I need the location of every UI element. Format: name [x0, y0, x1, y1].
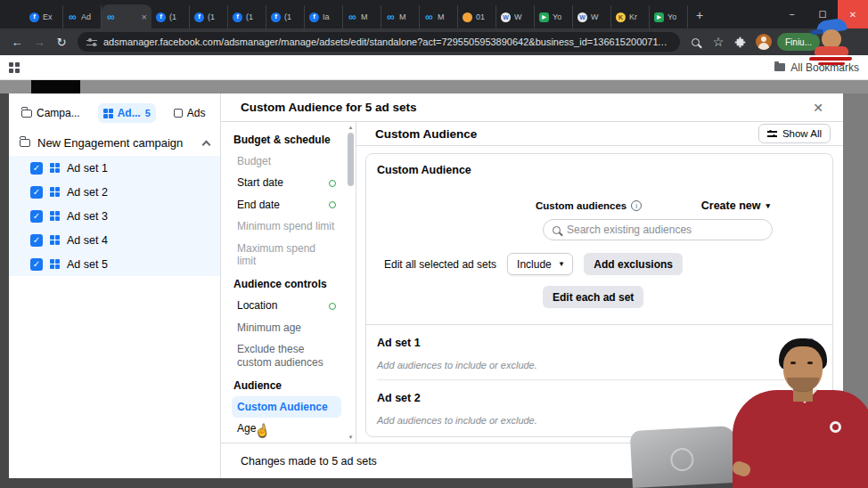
add-exclusions-button[interactable]: Add exclusions [584, 253, 683, 275]
checkbox-checked[interactable] [30, 162, 43, 175]
nav-item-exclude-these-custom-audiences[interactable]: Exclude these custom audiences [232, 338, 341, 373]
browser-tab[interactable]: 01 [458, 5, 496, 28]
page-background: Campa... Ad... 5 Ads New Engagement camp… [0, 80, 868, 488]
bookmark-star-icon[interactable] [708, 32, 728, 52]
include-dropdown[interactable]: Include [507, 253, 573, 275]
browser-tab[interactable]: M [343, 5, 381, 28]
nav-item-age[interactable]: Age [232, 418, 341, 439]
nav-item-budget: Budget [232, 150, 341, 172]
tab-title: M [361, 12, 368, 21]
nav-item-end-date[interactable]: End date [232, 194, 341, 216]
extensions-icon[interactable] [731, 32, 750, 52]
ads-square-icon [174, 109, 183, 118]
nav-item-location[interactable]: Location [232, 295, 341, 316]
show-all-label: Show All [782, 128, 822, 139]
ad-set-label: Ad set 4 [67, 234, 108, 247]
browser-tab[interactable]: Ex [25, 5, 63, 28]
tab-ads[interactable]: Ads [168, 103, 211, 123]
zoom-indicator-icon[interactable] [686, 32, 706, 52]
nav-item-minimum-age[interactable]: Minimum age [232, 317, 341, 338]
checkbox-checked[interactable] [30, 210, 43, 223]
browser-tab[interactable]: W [496, 5, 535, 28]
nav-item-label: Minimum spend limit [237, 220, 334, 232]
minimize-button[interactable] [777, 0, 807, 28]
browser-tab[interactable]: Kr [611, 5, 650, 28]
tab-title: Yo [667, 12, 676, 21]
all-bookmarks-button[interactable]: All Bookmarks [774, 61, 859, 74]
browser-tab[interactable]: Ia [305, 5, 343, 28]
nav-item-label: End date [237, 199, 280, 211]
browser-tab[interactable]: (1 [151, 5, 190, 28]
reload-button[interactable] [52, 32, 71, 52]
tab-title: Kr [629, 12, 637, 21]
laptop-logo [670, 447, 694, 471]
search-row: Search existing audiences [543, 219, 822, 240]
browser-tab[interactable]: (1 [228, 5, 266, 28]
filters-icon [767, 130, 777, 137]
ad-set-row[interactable]: Ad set 4 [9, 228, 220, 252]
tab-close-icon[interactable] [142, 12, 147, 22]
nav-scrollbar[interactable] [347, 124, 355, 441]
scrollbar-thumb[interactable] [348, 133, 354, 186]
ad-set-grid-icon [50, 187, 60, 197]
tab-campaigns-label: Campa... [37, 107, 80, 119]
back-button[interactable] [7, 32, 27, 52]
tab-adsets[interactable]: Ad... 5 [98, 103, 156, 123]
new-tab-button[interactable]: + [692, 8, 708, 22]
show-all-button[interactable]: Show All [758, 124, 831, 143]
facebook-favicon-icon [29, 12, 39, 22]
info-icon[interactable] [631, 200, 642, 211]
forward-button[interactable] [29, 32, 49, 52]
tab-campaigns[interactable]: Campa... [16, 103, 86, 123]
green-favicon-icon [654, 12, 664, 22]
apps-grid-icon[interactable] [9, 62, 20, 73]
mascot-logo [806, 20, 856, 62]
dialog-title: Custom Audience for 5 ad sets [241, 101, 417, 114]
edit-all-row: Edit all selected ad sets Include Add ex… [384, 253, 822, 275]
audience-search-input[interactable]: Search existing audiences [543, 219, 773, 240]
checkbox-checked[interactable] [30, 234, 43, 247]
site-info-icon[interactable] [86, 38, 97, 46]
facebook-favicon-icon [271, 12, 281, 22]
tab-ads-label: Ads [187, 107, 206, 119]
ad-set-row[interactable]: Ad set 2 [9, 180, 220, 204]
browser-tab[interactable]: (1 [266, 5, 305, 28]
tab-title: W [591, 12, 599, 21]
nav-item-start-date[interactable]: Start date [232, 172, 341, 193]
nav-item-minimum-spend-limit: Minimum spend limit [232, 216, 341, 237]
browser-tab[interactable]: Yo [535, 5, 573, 28]
changes-status: Changes made to 5 ad sets [241, 455, 377, 468]
profile-avatar[interactable] [756, 34, 772, 50]
orange-favicon-icon [463, 12, 472, 22]
address-bar[interactable]: adsmanager.facebook.com/adsmanager/manag… [78, 32, 680, 52]
nav-item-custom-audience[interactable]: Custom Audience [232, 396, 341, 418]
scroll-down-arrow-icon[interactable] [348, 434, 354, 441]
tab-title: (1 [246, 12, 253, 21]
checkbox-checked[interactable] [30, 258, 43, 271]
ad-set-grid-icon [50, 235, 60, 245]
scroll-up-arrow-icon[interactable] [348, 124, 354, 131]
browser-tab[interactable]: M [381, 5, 420, 28]
edit-each-ad-set-button[interactable]: Edit each ad set [543, 286, 643, 308]
facebook-favicon-icon [233, 12, 242, 22]
mascot-text-stroke [809, 57, 853, 61]
checkbox-checked[interactable] [30, 186, 43, 199]
collapse-chevron-icon[interactable] [202, 140, 211, 149]
browser-tab-active[interactable] [102, 4, 151, 28]
campaign-row[interactable]: New Engagement campaign [9, 129, 220, 156]
campaign-name: New Engagement campaign [37, 136, 196, 150]
tab-title: Ad [81, 12, 91, 21]
ad-set-row[interactable]: Ad set 1 [9, 156, 220, 180]
ad-set-row[interactable]: Ad set 3 [9, 204, 220, 228]
dialog-close-icon[interactable] [807, 101, 829, 115]
create-new-button[interactable]: Create new [701, 199, 770, 212]
ad-set-row[interactable]: Ad set 5 [9, 252, 220, 276]
browser-tab[interactable]: (1 [190, 5, 228, 28]
browser-titlebar: ExAd(1(1(1(1IaMMM01WYoWKrYo + [0, 0, 868, 28]
browser-tab[interactable]: W [573, 5, 611, 28]
browser-tab[interactable]: Yo [650, 5, 688, 28]
browser-tab[interactable]: Ad [63, 5, 102, 28]
ad-set-grid-icon [50, 211, 60, 221]
tab-strip: ExAd(1(1(1(1IaMMM01WYoWKrYo [0, 0, 688, 28]
browser-tab[interactable]: M [420, 5, 458, 28]
